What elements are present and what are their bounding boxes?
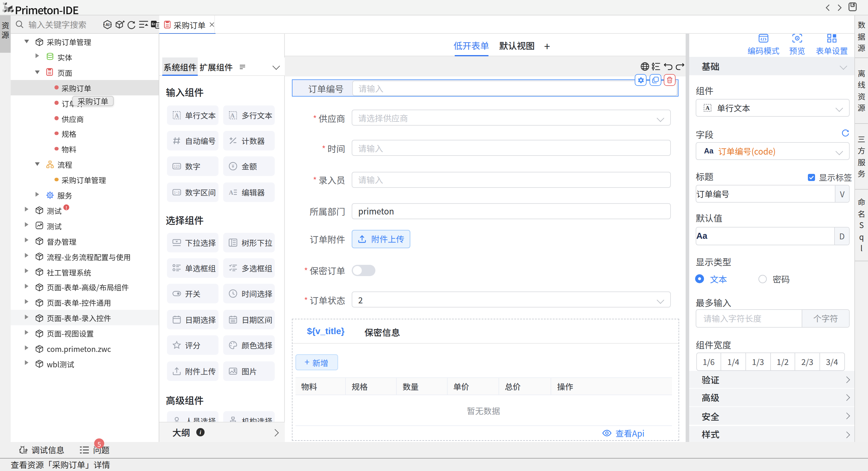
svg-text:123: 123 [174,164,179,169]
svg-text:AI: AI [105,22,110,27]
svg-text:A: A [230,112,235,118]
svg-text:1~3: 1~3 [174,189,179,194]
svg-text:¥: ¥ [232,163,235,170]
svg-text:i: i [199,429,201,436]
svg-text:A: A [706,105,710,111]
svg-text:A: A [174,112,179,118]
svg-text:A: A [229,189,233,196]
